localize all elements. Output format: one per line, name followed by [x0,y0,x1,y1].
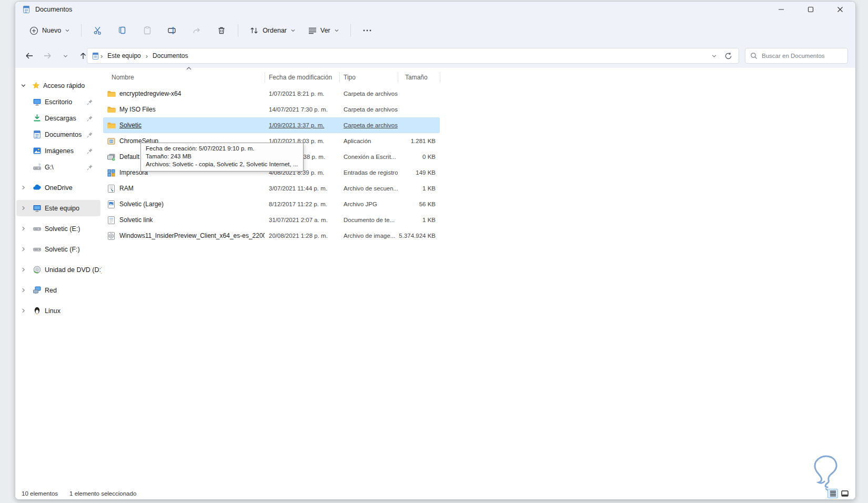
sidebar-item-label: Acceso rápido [43,82,85,89]
documents-icon [22,5,31,14]
copy-button[interactable] [113,22,133,39]
breadcrumb-documents[interactable]: Documentos [149,51,191,61]
star-icon [32,81,41,90]
sidebar-item-red[interactable]: Red [16,282,100,298]
pin-icon [87,164,93,170]
column-divider[interactable] [265,72,265,83]
sidebar-item-label: OneDrive [45,184,73,192]
drive-icon [33,245,42,254]
large-icons-view-toggle[interactable] [840,489,850,498]
column-divider[interactable] [398,72,398,83]
chevron-right-icon[interactable] [19,225,27,233]
sidebar-item-dvd[interactable]: Unidad de DVD (D:) [16,261,100,278]
sidebar-item-g-drive[interactable]: ? G:\ [16,159,100,175]
sort-button[interactable]: Ordenar [245,22,300,39]
sidebar-item-quick-access[interactable]: Acceso rápido [16,77,100,94]
tooltip-line-creation-date: Fecha de creación: 5/07/2021 9:10 p. m. [146,145,298,153]
chevron-right-icon[interactable] [19,205,27,212]
folder-icon [107,121,116,130]
recent-locations-button[interactable] [58,49,72,63]
sidebar-item-imagenes[interactable]: Imágenes [16,143,100,159]
network-icon [33,286,42,295]
column-header-nombre[interactable]: Nombre [103,74,265,81]
file-row[interactable]: encryptedregview-x64 1/07/2021 8:21 p. m… [103,86,440,102]
command-toolbar: Nuevo Ordena [15,19,855,42]
chevron-right-icon[interactable] [19,307,27,315]
details-view-icon [830,490,836,497]
window-title: Documentos [35,6,72,13]
folder-icon [107,89,116,98]
sidebar-item-linux[interactable]: Linux [16,303,100,319]
sidebar-item-solvetic-e[interactable]: Solvetic (E:) [16,220,100,237]
sidebar-item-onedrive[interactable]: OneDrive [16,179,100,196]
chevron-down-icon [290,28,296,33]
file-list-area: Nombre Fecha de modificación Tipo Tamaño… [102,68,855,488]
chevron-right-icon[interactable] [19,184,27,192]
sidebar-item-label: G:\ [45,164,54,171]
disc-image-icon [107,232,116,240]
file-row[interactable]: Windows11_InsiderPreview_Client_x64_es-e… [103,228,440,244]
onedrive-icon [33,183,42,192]
column-header-tipo[interactable]: Tipo [339,74,398,81]
column-divider[interactable] [440,72,440,83]
column-divider[interactable] [339,72,340,83]
chevron-right-icon[interactable] [19,266,27,274]
rename-button[interactable] [162,22,182,39]
paste-button[interactable] [137,22,157,39]
close-button[interactable] [832,3,848,16]
pin-icon [87,132,93,138]
column-header-tamano[interactable]: Tamaño [398,74,440,81]
this-pc-icon [33,204,42,213]
delete-button[interactable] [211,22,231,39]
sidebar-item-label: Red [45,287,57,294]
cut-button[interactable] [88,22,108,39]
svg-text:?: ? [38,163,41,167]
desktop-icon [33,97,42,106]
search-icon [750,52,758,59]
documents-icon [33,130,42,139]
column-header-fecha[interactable]: Fecha de modificación [265,74,339,81]
more-options-button[interactable] [357,22,377,39]
breadcrumb-separator: › [99,52,104,60]
dvd-icon [33,265,42,274]
rename-icon [167,26,177,35]
ellipsis-icon [363,29,371,32]
file-row[interactable]: My ISO Files 14/07/2021 7:30 p. m. Carpe… [103,102,440,117]
scissors-icon [93,26,103,35]
sidebar-item-escritorio[interactable]: Escritorio [16,94,100,110]
share-button[interactable] [187,22,207,39]
sidebar-item-label: Solvetic (E:) [45,225,80,233]
view-button[interactable]: Ver [304,22,344,39]
details-view-toggle[interactable] [827,489,838,498]
large-icons-view-icon [841,490,849,497]
breadcrumb-separator: › [145,52,149,60]
search-input[interactable] [762,53,841,59]
search-box [745,48,848,64]
back-button[interactable] [23,49,36,63]
sort-button-label: Ordenar [263,27,287,34]
file-row-selected[interactable]: Solvetic 1/09/2021 3:37 p. m. Carpeta de… [103,117,440,133]
sidebar-item-solvetic-f[interactable]: Solvetic (F:) [16,241,100,257]
sidebar-item-descargas[interactable]: Descargas [16,110,100,126]
new-button[interactable]: Nuevo [25,22,75,39]
forward-button[interactable] [41,49,54,63]
refresh-icon[interactable] [724,52,732,60]
share-icon [192,26,201,35]
breadcrumb-this-pc[interactable]: Este equipo [104,51,144,61]
chevron-right-icon[interactable] [19,246,27,253]
sidebar-item-este-equipo[interactable]: Este equipo [16,200,100,216]
usb-drive-icon: ? [33,163,42,172]
plus-circle-icon [29,26,38,35]
maximize-button[interactable] [803,3,819,16]
pin-icon [87,99,93,105]
address-bar[interactable]: › Este equipo › Documentos [87,48,739,64]
chevron-down-icon[interactable] [19,82,27,89]
minimize-button[interactable] [773,3,789,16]
chevron-right-icon[interactable] [19,287,27,294]
sidebar-item-documentos[interactable]: Documentos [16,126,100,143]
file-row[interactable]: Solvetic link 31/07/2021 2:07 a. m. Docu… [103,212,440,228]
file-row[interactable]: RAM 3/07/2021 11:44 p. m. Archivo de sec… [103,180,440,196]
address-dropdown-icon[interactable] [711,53,717,59]
selected-count: 1 elemento seleccionado [69,490,136,497]
file-row[interactable]: Solvetic (Large) 8/12/2017 11:22 p. m. A… [103,196,440,212]
